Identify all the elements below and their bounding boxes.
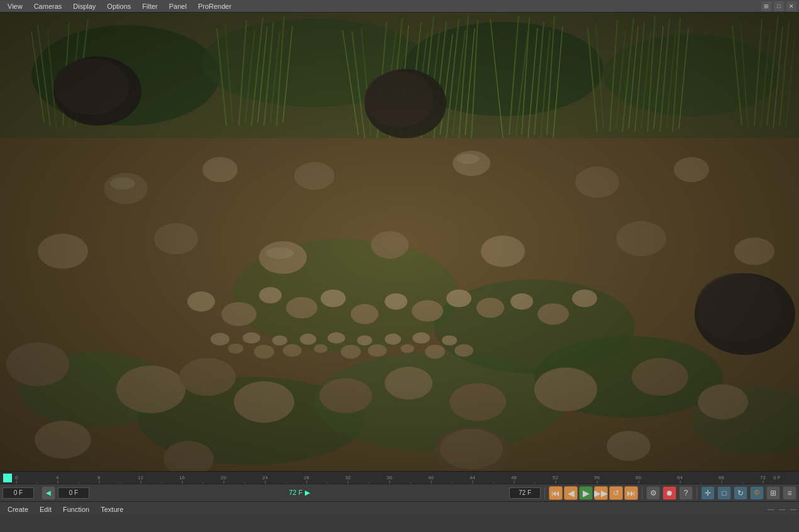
status-1: — xyxy=(768,506,774,513)
playback-controls: ⏮ ◀ ▶ ▶▶ ↺ ⏭ xyxy=(549,486,638,500)
bottom-status-bar: — — — xyxy=(768,506,796,513)
grid-btn[interactable]: ⊞ xyxy=(766,486,780,500)
svg-text:16: 16 xyxy=(179,475,185,480)
menu-function[interactable]: Function xyxy=(58,504,94,514)
controls-bar: ◀ 72 F ▶ ⏮ ◀ ▶ ▶▶ ↺ ⏭ ⚙ ⏺ ? ✛ □ ↻ © ⊞ ≡ xyxy=(0,484,799,501)
bottom-toolbar: Create Edit Function Texture — — — xyxy=(0,501,799,516)
scene-canvas xyxy=(0,13,799,471)
svg-text:20: 20 xyxy=(221,475,226,480)
snap-btn[interactable]: ≡ xyxy=(783,486,796,500)
svg-text:0: 0 xyxy=(15,475,18,480)
svg-text:72: 72 xyxy=(760,475,766,480)
svg-text:48: 48 xyxy=(511,475,517,480)
menu-prorender[interactable]: ProRender xyxy=(193,1,236,11)
status-2: — xyxy=(779,506,785,513)
svg-text:68: 68 xyxy=(719,475,724,480)
svg-text:56: 56 xyxy=(594,475,600,480)
play-btn[interactable]: ▶ xyxy=(579,486,593,500)
svg-text:60: 60 xyxy=(636,475,641,480)
menu-panel[interactable]: Panel xyxy=(164,1,192,11)
svg-text:40: 40 xyxy=(428,475,434,480)
settings-btn[interactable]: ⚙ xyxy=(646,486,660,500)
menu-edit[interactable]: Edit xyxy=(35,504,57,514)
svg-text:64: 64 xyxy=(677,475,683,480)
playhead-indicator xyxy=(3,474,12,482)
rotate-tool-btn[interactable]: ↻ xyxy=(734,486,747,500)
svg-text:32: 32 xyxy=(345,475,351,480)
window-icon[interactable]: □ xyxy=(774,1,784,11)
svg-text:8: 8 xyxy=(97,475,101,480)
svg-text:36: 36 xyxy=(387,475,392,480)
timeline-bar: 0 4 8 12 16 20 24 xyxy=(0,471,799,484)
prev-frame-btn[interactable]: ◀ xyxy=(564,486,578,500)
svg-text:44: 44 xyxy=(470,475,475,480)
close-icon[interactable]: ✕ xyxy=(786,1,796,11)
goto-end-btn[interactable]: ⏭ xyxy=(624,486,638,500)
menu-options[interactable]: Options xyxy=(102,1,136,11)
svg-text:12: 12 xyxy=(138,475,143,480)
loop-btn[interactable]: ↺ xyxy=(609,486,623,500)
next-frame-btn[interactable]: ▶▶ xyxy=(594,486,608,500)
menu-filter[interactable]: Filter xyxy=(137,1,162,11)
svg-text:52: 52 xyxy=(553,475,558,480)
svg-rect-147 xyxy=(0,13,799,471)
current-frame-input[interactable] xyxy=(58,487,89,499)
menu-create[interactable]: Create xyxy=(3,504,33,514)
svg-text:4: 4 xyxy=(56,475,59,480)
scale-tool-btn[interactable]: □ xyxy=(717,486,731,500)
prev-frame-small-btn[interactable]: ◀ xyxy=(41,486,55,500)
help-btn[interactable]: ? xyxy=(679,486,693,500)
coord-btn[interactable]: © xyxy=(750,486,764,500)
menu-bar: View Cameras Display Options Filter Pane… xyxy=(0,0,799,13)
goto-start-btn[interactable]: ⏮ xyxy=(549,486,563,500)
top-right-icons: ⊞ □ ✕ xyxy=(761,1,796,11)
svg-text:28: 28 xyxy=(304,475,309,480)
end-frame-input[interactable] xyxy=(509,487,541,499)
status-3: — xyxy=(790,506,796,513)
start-frame-input[interactable] xyxy=(3,487,34,499)
move-tool-btn[interactable]: ✛ xyxy=(701,486,715,500)
timeline-ruler[interactable]: 0 4 8 12 16 20 24 xyxy=(13,472,799,484)
record-btn[interactable]: ⏺ xyxy=(663,486,676,500)
menu-cameras[interactable]: Cameras xyxy=(29,1,67,11)
end-frame-label: 72 F ▶ xyxy=(289,489,309,496)
layout-icon[interactable]: ⊞ xyxy=(761,1,771,11)
menu-texture[interactable]: Texture xyxy=(96,504,128,514)
menu-display[interactable]: Display xyxy=(68,1,101,11)
svg-text:24: 24 xyxy=(262,475,268,480)
viewport[interactable] xyxy=(0,13,799,471)
svg-text:0 F: 0 F xyxy=(773,475,781,480)
menu-view[interactable]: View xyxy=(3,1,28,11)
